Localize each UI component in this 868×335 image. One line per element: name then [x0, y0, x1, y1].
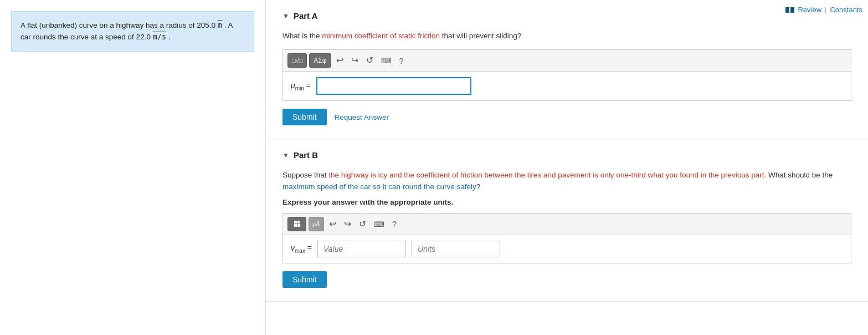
constants-link[interactable]: Constants [830, 6, 862, 14]
left-panel: A flat (unbanked) curve on a highway has… [0, 0, 266, 335]
sqrt-icon: □√□ [292, 57, 302, 64]
part-a-title: Part A [294, 11, 318, 21]
part-b-vmax-label: vmax = [291, 243, 312, 254]
keyboard-icon: ⌨ [381, 57, 392, 65]
part-b-title: Part B [294, 150, 318, 160]
part-b-math-toolbar: μÅ ↩ ↪ ↺ ⌨ ? [283, 213, 851, 235]
part-a-question-text-1: What is the [283, 32, 322, 40]
part-a-math-toolbar: □√□ ΑΣφ ↩ ↪ ↺ ⌨ ? [283, 49, 851, 71]
part-a-question: What is the minimum coefficient of stati… [283, 31, 851, 42]
part-b-mu-btn[interactable]: μÅ [309, 217, 324, 231]
part-a-submit-btn[interactable]: Submit [283, 109, 327, 125]
part-b-value-input[interactable] [317, 241, 406, 257]
part-b-help-btn[interactable]: ? [389, 219, 399, 229]
part-b-question: Suppose that the highway is icy and the … [283, 170, 851, 192]
unit-m: m [218, 21, 222, 29]
unit-ms: m/s [153, 32, 166, 41]
part-a-answer-input[interactable] [316, 77, 471, 95]
part-b-undo-btn[interactable]: ↩ [326, 219, 339, 230]
part-b-section: ▼ Part B Suppose that the highway is icy… [266, 139, 868, 302]
part-a-toolbar-container: □√□ ΑΣφ ↩ ↪ ↺ ⌨ ? μmin = [283, 49, 851, 101]
part-b-reset-btn[interactable]: ↺ [356, 219, 369, 230]
part-a-question-text-2: that will prevent sliding? [440, 32, 521, 40]
part-a-request-link[interactable]: Request Answer [335, 113, 389, 121]
right-panel: ▼ Part A What is the minimum coefficient… [266, 0, 868, 335]
part-b-submit-btn[interactable]: Submit [283, 271, 327, 288]
part-a-section: ▼ Part A What is the minimum coefficient… [266, 0, 868, 139]
part-a-question-highlight: minimum coefficient of static friction [322, 32, 440, 40]
part-b-units-input[interactable] [412, 241, 500, 257]
problem-text-1: A flat (unbanked) curve on a highway has… [20, 21, 215, 29]
review-link[interactable]: Review [798, 6, 821, 14]
review-icon [785, 7, 794, 13]
part-a-answer-area: μmin = [283, 71, 851, 101]
top-bar: Review | Constants [785, 6, 862, 14]
keyboard-icon-b: ⌨ [374, 220, 384, 229]
part-a-submit-area: Submit Request Answer [283, 109, 851, 125]
problem-box: A flat (unbanked) curve on a highway has… [11, 11, 254, 52]
grid-icon [294, 221, 300, 227]
part-b-redo-btn[interactable]: ↪ [341, 219, 354, 230]
part-a-undo-btn[interactable]: ↩ [333, 55, 346, 66]
mu-unit-icon: μÅ [312, 221, 320, 227]
part-a-header: ▼ Part A [283, 11, 851, 21]
part-a-keyboard-btn[interactable]: ⌨ [378, 55, 394, 66]
part-b-collapse-arrow[interactable]: ▼ [283, 151, 289, 159]
part-b-express-text: Express your answer with the appropriate… [283, 198, 851, 206]
page-layout: Review | Constants A flat (unbanked) cur… [0, 0, 868, 335]
part-a-greek-btn[interactable]: ΑΣφ [309, 53, 331, 68]
part-b-q-text3: ? [476, 182, 481, 191]
part-b-header: ▼ Part B [283, 150, 851, 160]
part-b-q-text2: . What should be the [764, 171, 833, 179]
part-b-q-hl1: the highway is icy and the coefficient o… [328, 171, 764, 179]
part-a-mu-label: μmin = [291, 81, 311, 92]
part-a-math-btn[interactable]: □√□ [287, 53, 307, 68]
greek-icon: ΑΣφ [314, 57, 326, 64]
problem-text-3: . [168, 33, 171, 41]
part-a-collapse-arrow[interactable]: ▼ [283, 12, 289, 20]
part-b-keyboard-btn[interactable]: ⌨ [371, 219, 387, 230]
part-b-answer-area: vmax = [283, 235, 851, 263]
part-b-submit-area: Submit [283, 271, 851, 288]
part-b-grid-btn[interactable] [287, 217, 306, 231]
part-a-reset-btn[interactable]: ↺ [363, 55, 376, 66]
part-b-toolbar-container: μÅ ↩ ↪ ↺ ⌨ ? vmax = [283, 213, 851, 263]
separator: | [825, 6, 826, 14]
part-a-redo-btn[interactable]: ↪ [348, 55, 361, 66]
part-b-q-text1: Suppose that [283, 171, 328, 179]
part-b-q-hl2: maximum speed of the car so it can round… [283, 182, 476, 191]
part-a-help-btn[interactable]: ? [397, 55, 407, 66]
